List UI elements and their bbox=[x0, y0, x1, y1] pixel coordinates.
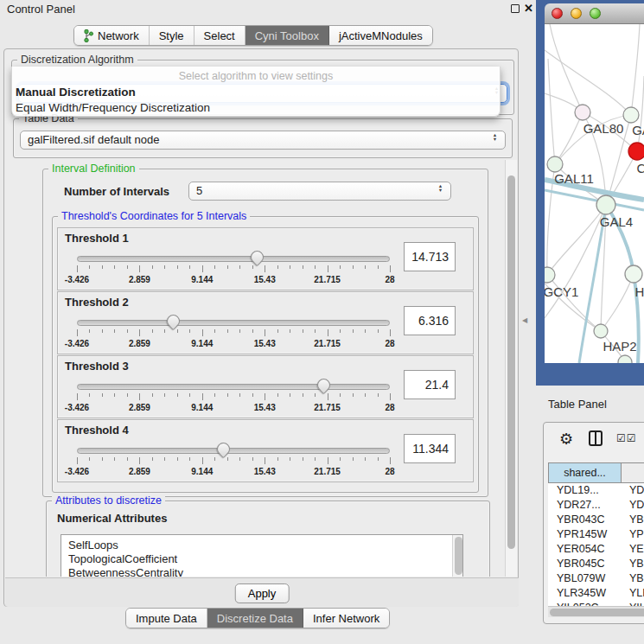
network-graph: GAL80 GA C GAL11 GAL4 GCY1 H HAP2 bbox=[545, 24, 644, 363]
node-label-h: H bbox=[635, 284, 644, 299]
tab-discretize-data[interactable]: Discretize Data bbox=[207, 609, 303, 628]
tab-jactivemnodules[interactable]: jActiveMNodules bbox=[329, 26, 432, 45]
node-h[interactable] bbox=[625, 265, 642, 283]
cyni-toolbox-panel: Discretization Algorithm ▲▼ Select algor… bbox=[3, 48, 519, 607]
slider-tick-labels: -3.4262.8599.14415.4321.71528 bbox=[77, 275, 390, 285]
table-panel-titlebar: Table Panel bbox=[536, 391, 644, 417]
node-label-gal4: GAL4 bbox=[600, 214, 633, 229]
column-header-name[interactable]: na bbox=[621, 462, 644, 483]
table-row[interactable]: YDR27...YDR2 bbox=[548, 498, 644, 513]
threshold-label: Threshold 1 bbox=[65, 232, 129, 245]
threshold-value-field[interactable]: 11.344 bbox=[404, 434, 456, 463]
tab-impute-data[interactable]: Impute Data bbox=[126, 609, 207, 628]
control-panel-titlebar: Control Panel ✕ bbox=[0, 0, 536, 19]
slider-thumb[interactable] bbox=[164, 312, 182, 330]
slider-thumb[interactable] bbox=[214, 440, 233, 458]
table-row[interactable]: YPR145WYPR1 bbox=[548, 527, 644, 542]
slider-thumb[interactable] bbox=[315, 376, 333, 394]
slider-track[interactable] bbox=[77, 256, 390, 262]
threshold-panel: Threshold 1 -3.4262.8599.14415.4321.7152… bbox=[57, 227, 474, 290]
node-gal-right[interactable] bbox=[623, 107, 639, 123]
close-icon[interactable]: ✕ bbox=[524, 2, 533, 15]
threshold-slider[interactable]: -3.4262.8599.14415.4321.71528 bbox=[77, 315, 390, 353]
node-gal4[interactable] bbox=[596, 195, 615, 214]
node-label-gal-right: GA bbox=[632, 123, 644, 137]
algorithm-option-manual[interactable]: Manual Discretization bbox=[16, 86, 136, 99]
slider-thumb[interactable] bbox=[248, 248, 266, 266]
slider-track[interactable] bbox=[77, 320, 390, 326]
threshold-slider[interactable]: -3.4262.8599.14415.4321.71528 bbox=[77, 251, 390, 289]
gear-icon[interactable]: ⚙ bbox=[559, 430, 573, 449]
interval-definition-title: Interval Definition bbox=[48, 163, 139, 175]
table-row[interactable]: YLR345WYLR3 bbox=[548, 586, 644, 601]
slider-tick-labels: -3.4262.8599.14415.4321.71528 bbox=[77, 339, 390, 349]
attribute-item[interactable]: BetweennessCentrality bbox=[61, 566, 462, 577]
node-gcy1[interactable] bbox=[545, 267, 555, 283]
algorithm-popup-hint: Select algorithm to view settings bbox=[12, 70, 500, 82]
network-window-titlebar[interactable] bbox=[545, 3, 644, 24]
threshold-value-field[interactable]: 6.316 bbox=[404, 306, 456, 335]
number-of-intervals-combobox[interactable]: 5 ▲▼ bbox=[188, 182, 451, 201]
settings-vertical-scrollbar[interactable] bbox=[505, 160, 517, 577]
combo-stepper-icon: ▲▼ bbox=[491, 133, 499, 141]
thresholds-group-title: Threshold's Coordinates for 5 Intervals bbox=[58, 210, 250, 222]
tab-network-label: Network bbox=[98, 29, 139, 42]
attribute-item[interactable]: SelfLoops bbox=[61, 539, 462, 552]
tab-style[interactable]: Style bbox=[150, 26, 194, 45]
node-gal80[interactable] bbox=[575, 105, 590, 120]
table-row[interactable]: YER054CYER0 bbox=[548, 542, 644, 557]
slider-tick-labels: -3.4262.8599.14415.4321.71528 bbox=[77, 403, 390, 413]
attributes-items: SelfLoopsTopologicalCoefficientBetweenne… bbox=[61, 535, 462, 577]
table-row[interactable]: YDL19...YDL1 bbox=[548, 483, 644, 498]
thresholds-group: Threshold's Coordinates for 5 Intervals … bbox=[52, 216, 479, 493]
settings-scroll-area: Interval Definition Number of Intervals … bbox=[8, 160, 504, 577]
numerical-attributes-list[interactable]: SelfLoopsTopologicalCoefficientBetweenne… bbox=[61, 534, 463, 577]
slider-ticks bbox=[77, 265, 390, 273]
column-header-shared[interactable]: shared... bbox=[548, 462, 622, 483]
tab-select[interactable]: Select bbox=[194, 26, 245, 45]
column-layout-icon[interactable] bbox=[589, 430, 603, 446]
network-canvas[interactable]: GAL80 GA C GAL11 GAL4 GCY1 H HAP2 bbox=[545, 24, 644, 363]
table-panel: ⚙ ☑☑ shared... na YDL19...YDL1YDR27...YD… bbox=[543, 422, 644, 624]
splitter-collapse-icon[interactable]: ◀ bbox=[522, 316, 527, 324]
scrollbar-thumb[interactable] bbox=[550, 609, 644, 616]
threshold-slider[interactable]: -3.4262.8599.14415.4321.71528 bbox=[77, 443, 390, 481]
tab-impute-data-label: Impute Data bbox=[136, 612, 197, 625]
network-view-window: GAL80 GA C GAL11 GAL4 GCY1 H HAP2 bbox=[536, 0, 644, 386]
apply-button[interactable]: Apply bbox=[235, 583, 290, 603]
table-horizontal-scrollbar[interactable] bbox=[548, 606, 644, 617]
select-columns-icon[interactable]: ☑☑ bbox=[616, 432, 637, 444]
attributes-list-scrollbar[interactable] bbox=[452, 535, 462, 577]
slider-ticks bbox=[77, 329, 390, 337]
apply-row: Apply bbox=[5, 577, 519, 607]
node-label-gal80: GAL80 bbox=[583, 121, 624, 136]
node-label-gcy1: GCY1 bbox=[545, 284, 578, 299]
slider-ticks bbox=[77, 457, 390, 465]
threshold-value-field[interactable]: 14.713 bbox=[404, 242, 456, 271]
minimize-traffic-light[interactable] bbox=[571, 8, 582, 19]
table-row[interactable]: YBL079WYBL0 bbox=[548, 571, 644, 586]
attribute-item[interactable]: TopologicalCoefficient bbox=[61, 552, 462, 566]
tab-infer-network[interactable]: Infer Network bbox=[303, 609, 389, 628]
algorithm-dropdown-popup: Select algorithm to view settings Manual… bbox=[11, 67, 501, 117]
node-hap2[interactable] bbox=[594, 324, 608, 338]
tab-cyni-toolbox[interactable]: Cyni Toolbox bbox=[245, 26, 329, 45]
slider-tick-labels: -3.4262.8599.14415.4321.71528 bbox=[77, 467, 390, 477]
zoom-traffic-light[interactable] bbox=[590, 8, 601, 19]
node-red-selected[interactable] bbox=[628, 143, 644, 160]
slider-track[interactable] bbox=[77, 384, 390, 390]
table-body: YDL19...YDL1YDR27...YDR2YBR043CYBR0YPR14… bbox=[548, 483, 644, 608]
slider-track[interactable] bbox=[77, 448, 390, 454]
thresholds-container: Threshold 1 -3.4262.8599.14415.4321.7152… bbox=[53, 227, 480, 483]
tab-network[interactable]: Network bbox=[74, 26, 150, 45]
threshold-slider[interactable]: -3.4262.8599.14415.4321.71528 bbox=[77, 379, 390, 417]
algorithm-option-equal-width[interactable]: Equal Width/Frequency Discretization bbox=[16, 101, 210, 114]
threshold-value-field[interactable]: 21.4 bbox=[404, 370, 456, 399]
table-row[interactable]: YBR043CYBR0 bbox=[548, 513, 644, 527]
node-bottom-partial[interactable] bbox=[618, 355, 632, 363]
float-window-icon[interactable] bbox=[511, 4, 520, 13]
node-gal11[interactable] bbox=[547, 156, 563, 172]
table-row[interactable]: YBR045CYBR0 bbox=[548, 557, 644, 571]
table-data-combobox[interactable]: galFiltered.sif default node ▲▼ bbox=[20, 131, 506, 150]
close-traffic-light[interactable] bbox=[552, 8, 563, 19]
